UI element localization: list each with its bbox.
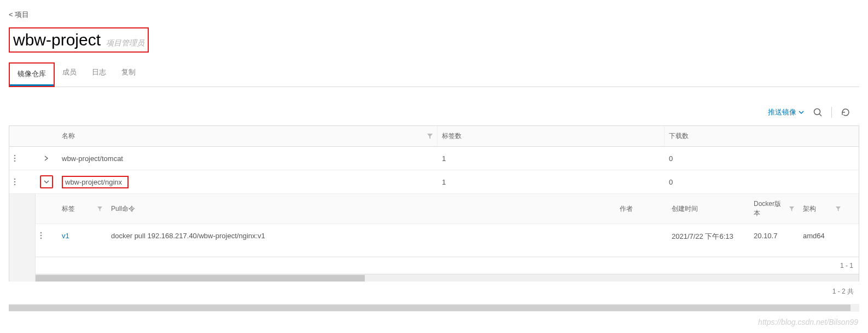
- svg-point-0: [814, 109, 820, 115]
- repo-name-link[interactable]: wbw-project/nginx: [57, 171, 438, 193]
- subgrid-gutter: [9, 194, 36, 282]
- table-row: wbw-project/nginx 1 0: [9, 170, 859, 194]
- svg-point-3: [14, 158, 16, 159]
- svg-line-1: [819, 114, 822, 116]
- subcol-author[interactable]: 作者: [615, 194, 667, 223]
- tag-row: v1 docker pull 192.168.217.40/wbw-projec…: [36, 224, 859, 257]
- subcol-arch[interactable]: 架构: [799, 194, 845, 223]
- repo-tags-count: 1: [438, 150, 665, 168]
- tab-repositories[interactable]: 镜像仓库: [10, 64, 54, 86]
- tags-subgrid: 标签 Pull命令 作者 创建时间 Docker版本 架构: [9, 194, 859, 282]
- subgrid-header: 标签 Pull命令 作者 创建时间 Docker版本 架构: [36, 194, 859, 224]
- chevron-down-icon: [799, 110, 804, 115]
- row-actions-menu[interactable]: [9, 173, 36, 191]
- row-actions-menu[interactable]: [9, 150, 36, 167]
- toolbar-divider: [831, 107, 832, 118]
- repo-grid-header: 名称 标签数 下载数: [9, 126, 859, 147]
- subgrid-footer: 1 - 1: [36, 257, 859, 274]
- repo-grid: 名称 标签数 下载数 wbw-project/tomcat: [9, 125, 859, 282]
- svg-point-6: [14, 181, 16, 183]
- grid-scrollbar[interactable]: [9, 304, 859, 312]
- refresh-icon[interactable]: [841, 107, 850, 117]
- project-title: wbw-project: [13, 31, 101, 49]
- tag-created: 2021/7/22 下午6:13: [667, 224, 749, 249]
- col-expand: [36, 126, 57, 146]
- tag-pull-cmd: docker pull 192.168.217.40/wbw-project/n…: [107, 224, 615, 248]
- expand-toggle[interactable]: [40, 152, 53, 165]
- tag-docker-version: 20.10.7: [749, 224, 799, 248]
- project-role: 项目管理员: [106, 38, 144, 48]
- tab-members[interactable]: 成员: [55, 62, 84, 83]
- col-downloads[interactable]: 下载数: [665, 126, 859, 146]
- repo-tags-count: 1: [438, 173, 665, 191]
- table-row: wbw-project/tomcat 1 0: [9, 147, 859, 170]
- col-name[interactable]: 名称: [57, 126, 438, 146]
- tab-box-highlight: 镜像仓库: [9, 62, 55, 87]
- tab-replication[interactable]: 复制: [114, 62, 143, 83]
- tag-name[interactable]: v1: [57, 224, 107, 248]
- repo-downloads-count: 0: [665, 150, 859, 168]
- svg-point-2: [14, 155, 16, 157]
- svg-point-4: [14, 160, 16, 162]
- col-tags[interactable]: 标签数: [438, 126, 665, 146]
- tag-author: [615, 224, 667, 239]
- project-title-box: wbw-project 项目管理员: [9, 27, 149, 53]
- search-icon[interactable]: [813, 107, 823, 117]
- scrollbar-thumb[interactable]: [9, 305, 850, 311]
- filter-icon[interactable]: [789, 206, 794, 211]
- subcol-actions: [36, 194, 57, 223]
- svg-point-9: [40, 235, 42, 237]
- repo-name-link[interactable]: wbw-project/tomcat: [57, 150, 438, 168]
- repo-name-highlight: wbw-project/nginx: [62, 176, 129, 188]
- tag-arch: amd64: [799, 224, 845, 248]
- svg-point-10: [40, 238, 42, 239]
- filter-icon[interactable]: [97, 206, 102, 211]
- col-downloads-label: 下载数: [669, 131, 689, 141]
- subcol-pull[interactable]: Pull命令: [107, 194, 615, 223]
- filter-icon[interactable]: [427, 134, 433, 139]
- expand-toggle[interactable]: [40, 175, 53, 188]
- col-name-label: 名称: [62, 131, 75, 141]
- svg-point-5: [14, 179, 16, 180]
- scrollbar-thumb[interactable]: [36, 275, 365, 282]
- col-tags-label: 标签数: [442, 131, 462, 141]
- subcol-docker[interactable]: Docker版本: [749, 194, 799, 223]
- svg-point-8: [40, 232, 42, 234]
- col-actions: [9, 126, 36, 146]
- tag-row-actions[interactable]: [36, 224, 57, 247]
- subcol-created[interactable]: 创建时间: [667, 194, 749, 223]
- subcol-tag[interactable]: 标签: [57, 194, 107, 223]
- tab-logs[interactable]: 日志: [84, 62, 114, 83]
- repo-downloads-count: 0: [665, 173, 859, 191]
- grid-footer: 1 - 2 共: [9, 282, 859, 302]
- filter-icon[interactable]: [836, 206, 841, 211]
- push-image-dropdown[interactable]: 推送镜像: [768, 107, 804, 117]
- svg-point-7: [14, 184, 16, 186]
- push-image-label: 推送镜像: [768, 107, 796, 117]
- subgrid-scrollbar[interactable]: [36, 274, 859, 282]
- breadcrumb-back[interactable]: < 项目: [9, 10, 859, 20]
